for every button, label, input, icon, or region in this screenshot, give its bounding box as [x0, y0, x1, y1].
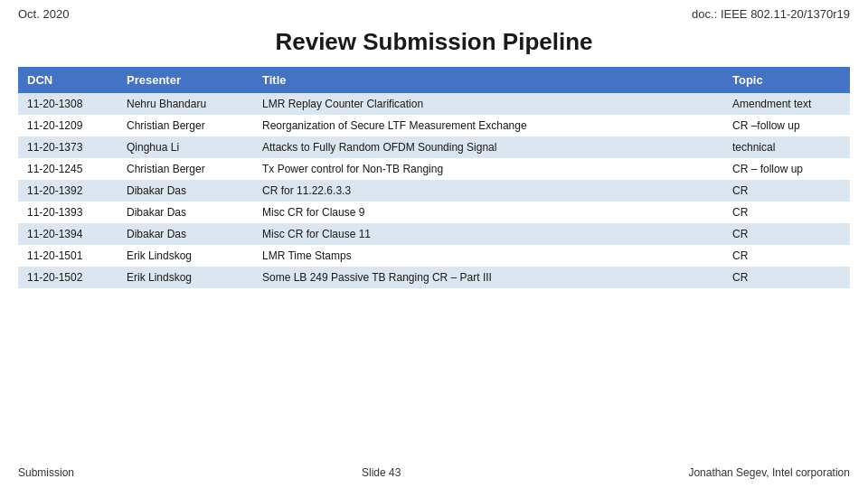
col-header-dcn: DCN	[18, 67, 118, 93]
cell-title: CR for 11.22.6.3.3	[253, 180, 723, 202]
cell-topic: Amendment text	[723, 93, 850, 115]
table-row: 11-20-1392Dibakar DasCR for 11.22.6.3.3C…	[18, 180, 850, 202]
col-header-topic: Topic	[723, 67, 850, 93]
cell-presenter: Christian Berger	[118, 115, 253, 136]
cell-presenter: Dibakar Das	[118, 202, 253, 223]
cell-presenter: Dibakar Das	[118, 180, 253, 202]
table-header-row: DCN Presenter Title Topic	[18, 67, 850, 93]
cell-dcn: 11-20-1373	[18, 136, 118, 158]
table-row: 11-20-1308Nehru BhandaruLMR Replay Count…	[18, 93, 850, 115]
cell-topic: CR	[723, 202, 850, 223]
cell-topic: CR –follow up	[723, 115, 850, 136]
page-title: Review Submission Pipeline	[0, 28, 868, 56]
cell-dcn: 11-20-1393	[18, 202, 118, 223]
cell-dcn: 11-20-1392	[18, 180, 118, 202]
cell-dcn: 11-20-1394	[18, 223, 118, 245]
cell-title: Some LB 249 Passive TB Ranging CR – Part…	[253, 267, 723, 288]
footer-center: Slide 43	[362, 466, 401, 479]
col-header-title: Title	[253, 67, 723, 93]
cell-title: Reorganization of Secure LTF Measurement…	[253, 115, 723, 136]
cell-title: Tx Power control for Non-TB Ranging	[253, 158, 723, 180]
cell-dcn: 11-20-1308	[18, 93, 118, 115]
cell-topic: CR	[723, 180, 850, 202]
table-container: DCN Presenter Title Topic 11-20-1308Nehr…	[0, 67, 868, 288]
table-row: 11-20-1501Erik LindskogLMR Time StampsCR	[18, 245, 850, 267]
table-row: 11-20-1373Qinghua LiAttacks to Fully Ran…	[18, 136, 850, 158]
header-doc: doc.: IEEE 802.11-20/1370r19	[692, 7, 850, 21]
table-row: 11-20-1209Christian BergerReorganization…	[18, 115, 850, 136]
table-row: 11-20-1245Christian BergerTx Power contr…	[18, 158, 850, 180]
cell-presenter: Qinghua Li	[118, 136, 253, 158]
footer-bar: Submission Slide 43 Jonathan Segev, Inte…	[0, 466, 868, 479]
cell-topic: CR – follow up	[723, 158, 850, 180]
cell-presenter: Christian Berger	[118, 158, 253, 180]
cell-topic: technical	[723, 136, 850, 158]
cell-title: LMR Replay Counter Clarification	[253, 93, 723, 115]
cell-presenter: Nehru Bhandaru	[118, 93, 253, 115]
cell-dcn: 11-20-1502	[18, 267, 118, 288]
header-bar: Oct. 2020 doc.: IEEE 802.11-20/1370r19	[0, 0, 868, 24]
table-row: 11-20-1393Dibakar DasMisc CR for Clause …	[18, 202, 850, 223]
cell-title: LMR Time Stamps	[253, 245, 723, 267]
cell-title: Attacks to Fully Random OFDM Sounding Si…	[253, 136, 723, 158]
col-header-presenter: Presenter	[118, 67, 253, 93]
header-date: Oct. 2020	[18, 7, 69, 21]
footer-left: Submission	[18, 466, 74, 479]
submission-table: DCN Presenter Title Topic 11-20-1308Nehr…	[18, 67, 850, 288]
cell-topic: CR	[723, 245, 850, 267]
cell-dcn: 11-20-1245	[18, 158, 118, 180]
cell-topic: CR	[723, 223, 850, 245]
cell-presenter: Erik Lindskog	[118, 267, 253, 288]
cell-topic: CR	[723, 267, 850, 288]
cell-title: Misc CR for Clause 9	[253, 202, 723, 223]
cell-dcn: 11-20-1501	[18, 245, 118, 267]
cell-title: Misc CR for Clause 11	[253, 223, 723, 245]
table-row: 11-20-1502Erik LindskogSome LB 249 Passi…	[18, 267, 850, 288]
cell-presenter: Erik Lindskog	[118, 245, 253, 267]
table-row: 11-20-1394Dibakar DasMisc CR for Clause …	[18, 223, 850, 245]
cell-dcn: 11-20-1209	[18, 115, 118, 136]
cell-presenter: Dibakar Das	[118, 223, 253, 245]
footer-right: Jonathan Segev, Intel corporation	[688, 466, 850, 479]
